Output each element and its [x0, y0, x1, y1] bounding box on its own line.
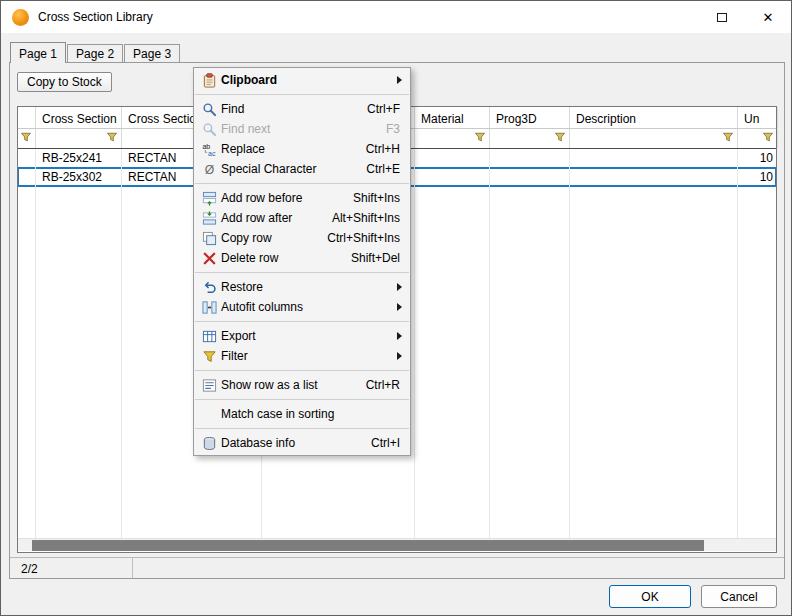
- export-icon: [197, 329, 221, 344]
- filter-funnel-icon[interactable]: [762, 131, 774, 146]
- menu-item-match-case-in-sorting[interactable]: Match case in sorting: [194, 404, 410, 424]
- menu-item-label: Add row before: [221, 191, 302, 205]
- cancel-button[interactable]: Cancel: [701, 585, 777, 608]
- menu-separator: [195, 321, 409, 322]
- menu-item-label: Filter: [221, 349, 248, 363]
- submenu-arrow-icon: [397, 352, 402, 360]
- column-separator: [737, 150, 738, 538]
- grid-cell[interactable]: RB-25x302: [36, 168, 122, 186]
- menu-item-restore[interactable]: Restore: [194, 277, 410, 297]
- close-button[interactable]: ✕: [745, 1, 791, 33]
- filter-cell-0[interactable]: [18, 129, 36, 148]
- grid-cell[interactable]: [490, 168, 570, 186]
- grid-cell[interactable]: [570, 149, 738, 167]
- grid-cell[interactable]: RB-25x241: [36, 149, 122, 167]
- grid-cell[interactable]: [18, 168, 36, 186]
- database-info-icon: [197, 436, 221, 451]
- menu-shortcut: Shift+Del: [351, 251, 410, 265]
- column-header-description-6[interactable]: Description: [570, 107, 738, 128]
- menu-item-add-row-after[interactable]: Add row afterAlt+Shift+Ins: [194, 208, 410, 228]
- menu-shortcut: Ctrl+R: [366, 378, 410, 392]
- column-separator: [414, 150, 415, 538]
- column-separator: [35, 150, 36, 538]
- filter-funnel-icon[interactable]: [106, 131, 118, 146]
- restore-icon: [197, 280, 221, 295]
- menu-item-label: Clipboard: [221, 73, 277, 87]
- copy-to-stock-button[interactable]: Copy to Stock: [17, 72, 112, 92]
- copy-row-icon: [197, 231, 221, 246]
- column-header-0[interactable]: [18, 107, 36, 128]
- menu-item-label: Show row as a list: [221, 378, 318, 392]
- menu-separator: [195, 272, 409, 273]
- grid-cell[interactable]: [570, 168, 738, 186]
- status-bar: 2/2: [10, 557, 784, 578]
- horizontal-scrollbar[interactable]: [18, 538, 776, 551]
- filter-cell-4[interactable]: [415, 129, 490, 148]
- menu-item-label: Find next: [221, 122, 270, 136]
- filter-funnel-icon[interactable]: [722, 131, 734, 146]
- filter-icon: [197, 349, 221, 364]
- menu-item-label: Restore: [221, 280, 263, 294]
- menu-shortcut: Shift+Ins: [353, 191, 410, 205]
- find-next-icon: [197, 122, 221, 137]
- menu-item-clipboard[interactable]: Clipboard: [194, 70, 410, 90]
- scrollbar-thumb[interactable]: [32, 540, 704, 551]
- submenu-arrow-icon: [397, 76, 402, 84]
- filter-cell-7[interactable]: [738, 129, 778, 148]
- menu-item-copy-row[interactable]: Copy rowCtrl+Shift+Ins: [194, 228, 410, 248]
- delete-row-icon: [197, 251, 221, 266]
- filter-cell-1[interactable]: [36, 129, 122, 148]
- autofit-columns-icon: [197, 300, 221, 315]
- menu-separator: [195, 94, 409, 95]
- grid-cell[interactable]: [18, 149, 36, 167]
- menu-item-label: Match case in sorting: [221, 407, 334, 421]
- menu-item-special-character[interactable]: ØSpecial CharacterCtrl+E: [194, 159, 410, 179]
- submenu-arrow-icon: [397, 283, 402, 291]
- grid-cell[interactable]: 10: [738, 168, 778, 186]
- svg-text:Ø: Ø: [204, 162, 214, 176]
- menu-item-add-row-before[interactable]: Add row beforeShift+Ins: [194, 188, 410, 208]
- menu-item-label: Special Character: [221, 162, 316, 176]
- maximize-icon: [717, 13, 727, 22]
- ok-button[interactable]: OK: [609, 585, 691, 608]
- svg-text:ab: ab: [202, 142, 210, 149]
- column-header-material-4[interactable]: Material: [415, 107, 490, 128]
- menu-item-replace[interactable]: abacReplaceCtrl+H: [194, 139, 410, 159]
- tab-page-2[interactable]: Page 2: [67, 44, 123, 62]
- menu-item-database-info[interactable]: Database infoCtrl+I: [194, 433, 410, 453]
- menu-item-autofit-columns[interactable]: Autofit columns: [194, 297, 410, 317]
- find-icon: [197, 102, 221, 117]
- tab-page-3[interactable]: Page 3: [124, 44, 180, 62]
- special-character-icon: Ø: [197, 162, 221, 177]
- menu-separator: [195, 399, 409, 400]
- filter-funnel-icon[interactable]: [20, 131, 32, 146]
- menu-item-label: Delete row: [221, 251, 278, 265]
- menu-item-show-row-as-a-list[interactable]: Show row as a listCtrl+R: [194, 375, 410, 395]
- grid-cell[interactable]: 10: [738, 149, 778, 167]
- filter-cell-5[interactable]: [490, 129, 570, 148]
- column-header-un-7[interactable]: Un: [738, 107, 778, 128]
- context-menu: ClipboardFindCtrl+FFind nextF3abacReplac…: [193, 67, 411, 456]
- menu-separator: [195, 370, 409, 371]
- column-separator: [569, 150, 570, 538]
- menu-item-find[interactable]: FindCtrl+F: [194, 99, 410, 119]
- menu-shortcut: Alt+Shift+Ins: [332, 211, 410, 225]
- menu-item-filter[interactable]: Filter: [194, 346, 410, 366]
- window-title: Cross Section Library: [38, 10, 153, 24]
- menu-item-delete-row[interactable]: Delete rowShift+Del: [194, 248, 410, 268]
- grid-cell[interactable]: [415, 149, 490, 167]
- tab-page-1[interactable]: Page 1: [10, 42, 66, 63]
- window-controls: ✕: [699, 1, 791, 33]
- grid-cell[interactable]: [490, 149, 570, 167]
- column-header-prog3d-5[interactable]: Prog3D: [490, 107, 570, 128]
- menu-item-export[interactable]: Export: [194, 326, 410, 346]
- column-separator: [121, 150, 122, 538]
- filter-cell-6[interactable]: [570, 129, 738, 148]
- filter-funnel-icon[interactable]: [554, 131, 566, 146]
- grid-cell[interactable]: [415, 168, 490, 186]
- filter-funnel-icon[interactable]: [474, 131, 486, 146]
- row-counter: 2/2: [21, 562, 38, 576]
- close-icon: ✕: [763, 10, 774, 25]
- column-header-cross-section-1[interactable]: Cross Section: [36, 107, 122, 128]
- maximize-button[interactable]: [699, 1, 745, 33]
